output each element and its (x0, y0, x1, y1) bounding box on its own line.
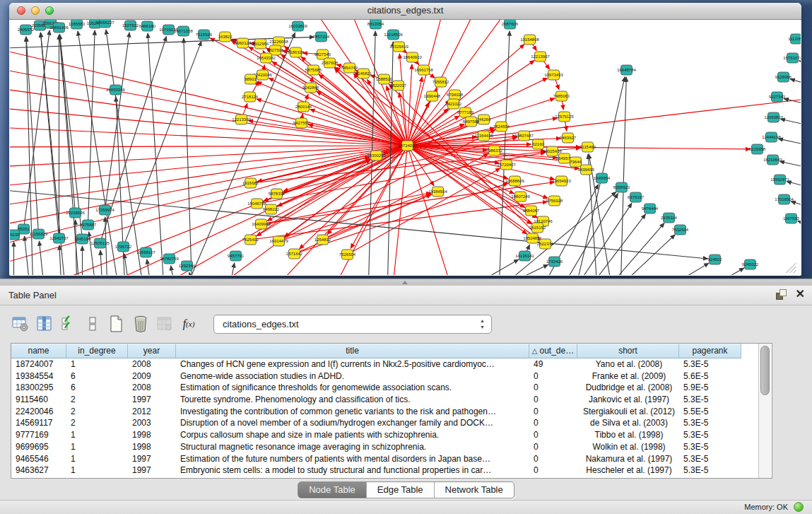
table-cell: 5.3E-5 (679, 429, 741, 441)
table-cell: 5.3E-5 (679, 394, 741, 406)
column-header-label: in_degree (78, 346, 115, 356)
table-cell: 2009 (128, 370, 176, 382)
table-cell: Yano et al. (2008) (577, 358, 679, 370)
dropdown-stepper-icon: ▲▼ (480, 317, 485, 330)
graph-node-label: 7857224 (313, 35, 330, 39)
graph-node-label: 1167533 (783, 216, 800, 221)
table-cell: 1997 (128, 465, 176, 477)
table-cell: 1 (66, 441, 128, 453)
graph-node-label: 1065583 (69, 22, 86, 26)
table-cell: 1 (66, 465, 128, 477)
graph-node-label: 2687606 (502, 22, 519, 26)
graph-edge (791, 201, 801, 209)
table-cell: 2008 (128, 358, 176, 370)
tab-edge-table[interactable]: Edge Table (367, 482, 435, 498)
network-graph[interactable]: 1872400724055722035684205631920891406106… (10, 20, 801, 275)
table-row[interactable]: 911546021997Tourette syndrome. Phenomeno… (11, 394, 758, 406)
table-cell: 0 (529, 429, 577, 441)
table-cell: 0 (529, 394, 577, 406)
table-row[interactable]: 946554611997Estimation of the future num… (11, 453, 758, 465)
window-titlebar[interactable]: citations_edges.txt (9, 3, 801, 20)
column-header-title[interactable]: title (176, 344, 529, 358)
graph-node-label: 6497568 (463, 119, 480, 124)
table-row[interactable]: 946362711997Embryonic stem cells: a mode… (11, 465, 758, 477)
graph-node-label: 1733426 (546, 259, 563, 264)
graph-node-label: 16782759 (160, 257, 179, 261)
table-type-tabs: Node TableEdge TableNetwork Table (298, 481, 514, 498)
graph-node-label: 18640910 (403, 55, 422, 59)
graph-node-label: 7986372 (486, 148, 503, 153)
table-row[interactable]: 1938455462009Genome-wide association stu… (11, 370, 758, 382)
graph-node-label: 8454749 (341, 66, 358, 70)
table-cell: Estimation of significance thresholds fo… (176, 382, 529, 394)
table-row[interactable]: 1872400712008Changes of HCN gene express… (11, 358, 758, 370)
graph-node-label: 1640954 (594, 176, 611, 180)
table-settings-icon[interactable] (10, 313, 31, 334)
graph-edge (790, 79, 801, 87)
vertical-scrollbar[interactable] (758, 344, 771, 478)
panel-splitter[interactable] (0, 279, 812, 286)
graph-edge (59, 35, 75, 213)
table-cell: Tibbo et al. (1998) (577, 429, 679, 441)
table-cell: 5.3E-5 (679, 453, 741, 465)
graph-node-label: 5875685 (305, 68, 322, 72)
graph-node-label: 8186328 (288, 50, 305, 54)
resize-grip-icon[interactable] (787, 263, 796, 273)
graph-node-label: 12505135 (90, 241, 110, 245)
graph-edge (251, 148, 581, 183)
tab-network-table[interactable]: Network Table (435, 482, 514, 498)
tab-node-table[interactable]: Node Table (298, 482, 367, 498)
table-row[interactable]: 969969511998Structural magnetic resonanc… (11, 441, 758, 453)
table-cell: 5.3E-5 (679, 358, 741, 370)
network-desktop: citations_edges.txt 18724007240557220356… (0, 0, 812, 279)
table-cell: 1 (66, 358, 128, 370)
splitter-handle-icon[interactable] (402, 281, 408, 284)
table-selector-dropdown[interactable]: citations_edges.txt ▲▼ (213, 315, 492, 334)
scrollbar-thumb[interactable] (760, 346, 770, 395)
graph-node-label: 98901 (245, 77, 257, 81)
table-cell: 1997 (128, 453, 176, 465)
column-header-pagerank[interactable]: pagerank (679, 344, 741, 358)
graph-edge (88, 30, 95, 225)
network-view-window[interactable]: citations_edges.txt 18724007240557220356… (9, 3, 801, 276)
table-row[interactable]: 1830029562008Estimation of significance … (11, 382, 758, 394)
network-canvas[interactable]: 1872400724055722035684205631920891406106… (10, 20, 801, 275)
close-icon[interactable]: ✕ (796, 288, 805, 300)
graph-edge (111, 146, 408, 275)
float-window-icon[interactable] (776, 289, 787, 300)
table-cell: Jankovic et al. (1997) (577, 394, 679, 406)
column-header-out_de[interactable]: △out_de… (529, 344, 577, 358)
graph-node-label: 18300295 (367, 153, 386, 158)
graph-node-label: 9227343 (769, 95, 786, 99)
graph-node-label: 7485063 (553, 94, 570, 98)
graph-edge (26, 37, 38, 234)
graph-node-label: 9827508 (267, 48, 284, 52)
table-row[interactable]: 977716911998Corpus callosum shape and si… (11, 429, 758, 441)
graph-node-label: 1254812 (314, 238, 331, 242)
show-column-icon[interactable] (34, 313, 55, 334)
import-table-icon (154, 313, 175, 334)
graph-node-label: 12218506 (384, 33, 403, 37)
table-cell: 9465546 (11, 453, 66, 465)
column-header-in_degree[interactable]: in_degree (66, 344, 128, 358)
table-cell: Genome-wide association studies in ADHD. (176, 370, 529, 382)
select-columns-icon[interactable] (58, 313, 79, 334)
graph-node-label: 7515526 (196, 33, 213, 37)
graph-node-label: 20206506 (66, 211, 85, 215)
graph-node-label: 19524851 (523, 236, 542, 240)
table-header-row: namein_degreeyeartitle△out_de…shortpager… (11, 344, 758, 358)
column-header-label: name (28, 346, 49, 356)
graph-node-label: 7632604 (672, 228, 689, 232)
rows-icon[interactable] (82, 313, 103, 334)
graph-node-label: 1571642 (286, 252, 303, 256)
table-cell: 2 (66, 394, 128, 406)
new-table-icon[interactable] (106, 313, 127, 334)
column-header-short[interactable]: short (577, 344, 679, 358)
column-header-year[interactable]: year (128, 344, 176, 358)
table-row[interactable]: 2242004622012Investigating the contribut… (11, 406, 758, 418)
column-header-name[interactable]: name (11, 344, 66, 358)
delete-table-icon[interactable] (130, 313, 151, 334)
graph-node-label: 85051 (18, 227, 30, 231)
function-builder-icon[interactable]: f(x) (178, 313, 199, 334)
table-row[interactable]: 1456911722003Disruption of a novel membe… (11, 417, 758, 429)
